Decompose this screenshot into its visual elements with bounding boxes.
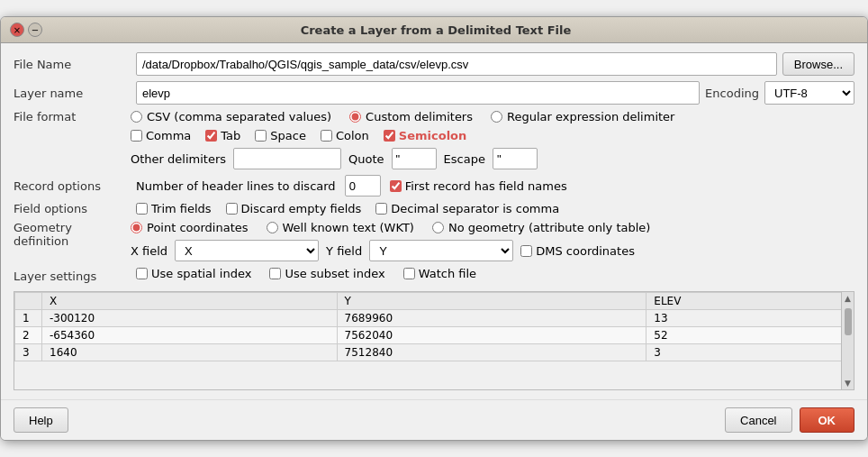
titlebar: × − Create a Layer from a Delimited Text… — [1, 17, 867, 43]
geometry-section: Geometry definition Point coordinates We… — [14, 221, 854, 261]
right-buttons: Cancel OK — [725, 407, 854, 433]
scroll-up-arrow[interactable]: ▲ — [843, 292, 853, 305]
spatial-index-item: Use spatial index — [136, 267, 251, 280]
titlebar-buttons: × − — [10, 23, 42, 37]
x-field-select[interactable]: X — [175, 240, 319, 261]
data-cell: 52 — [646, 327, 854, 344]
row-num-cell: 2 — [15, 327, 42, 344]
semicolon-delimiter: Semicolon — [384, 129, 466, 142]
layername-row: Layer name Encoding UTF-8 — [14, 81, 854, 105]
close-icon: × — [14, 25, 21, 35]
scroll-thumb-inner — [845, 308, 852, 335]
dms-checkbox[interactable] — [520, 245, 532, 257]
filename-row: File Name Browse... — [14, 52, 854, 76]
first-record-label: First record has field names — [405, 179, 567, 193]
encoding-select[interactable]: UTF-8 — [764, 81, 854, 105]
geometry-label: Geometry definition — [14, 221, 131, 248]
dialog-title: Create a Layer from a Delimited Text Fil… — [50, 23, 822, 37]
custom-label: Custom delimiters — [366, 110, 473, 123]
no-geometry-group: No geometry (attribute only table) — [432, 221, 650, 234]
other-delimiters-row: Other delimiters Quote Escape — [131, 148, 854, 169]
field-options-inner: Trim fields Discard empty fields Decimal… — [136, 202, 559, 215]
discard-empty-label: Discard empty fields — [241, 202, 362, 215]
tab-checkbox[interactable] — [205, 130, 217, 142]
header-lines-input[interactable] — [345, 175, 381, 197]
minimize-icon: − — [32, 25, 39, 35]
point-coords-radio[interactable] — [131, 222, 142, 233]
bottom-bar: Help Cancel OK — [1, 399, 867, 440]
comma-label: Comma — [146, 129, 191, 142]
colon-delimiter: Colon — [321, 129, 369, 142]
header-x: X — [42, 293, 338, 310]
record-options-row: Record options Number of header lines to… — [14, 175, 854, 197]
wkt-label: Well known text (WKT) — [283, 221, 414, 234]
browse-button[interactable]: Browse... — [782, 52, 854, 76]
first-record-checkbox[interactable] — [390, 180, 402, 192]
wkt-radio[interactable] — [267, 222, 278, 233]
semicolon-checkbox[interactable] — [384, 130, 395, 142]
scroll-down-arrow[interactable]: ▼ — [843, 377, 853, 389]
help-button[interactable]: Help — [14, 407, 68, 433]
no-geometry-radio[interactable] — [432, 222, 444, 233]
comma-checkbox[interactable] — [131, 130, 142, 142]
data-cell: 7512840 — [337, 344, 646, 361]
subset-index-label: Use subset index — [285, 267, 384, 280]
discard-empty-checkbox[interactable] — [226, 203, 238, 215]
layername-label: Layer name — [14, 87, 131, 100]
colon-checkbox[interactable] — [321, 130, 332, 142]
y-field-select[interactable]: Y — [369, 240, 513, 261]
data-cell: 1640 — [42, 344, 338, 361]
no-geometry-label: No geometry (attribute only table) — [448, 221, 650, 234]
ok-button[interactable]: OK — [800, 407, 855, 433]
escape-label: Escape — [444, 152, 485, 166]
decimal-separator-checkbox[interactable] — [375, 203, 387, 215]
filename-input[interactable] — [136, 52, 777, 76]
preview-scrollbar[interactable]: ▲ ▼ — [841, 292, 854, 389]
space-checkbox[interactable] — [255, 130, 267, 142]
quote-input[interactable] — [392, 148, 437, 169]
regex-radio[interactable] — [491, 111, 502, 123]
trim-fields-item: Trim fields — [136, 202, 212, 215]
header-lines-label: Number of header lines to discard — [136, 179, 336, 193]
filename-label: File Name — [14, 58, 131, 71]
geometry-options-row: Point coordinates Well known text (WKT) … — [131, 221, 854, 234]
encoding-label: Encoding — [705, 87, 759, 100]
spatial-index-checkbox[interactable] — [136, 268, 148, 279]
dms-label: DMS coordinates — [536, 244, 635, 258]
scroll-thumb — [845, 305, 852, 377]
decimal-separator-label: Decimal separator is comma — [391, 202, 559, 215]
layername-input[interactable] — [136, 81, 700, 105]
cancel-button[interactable]: Cancel — [725, 407, 791, 433]
trim-fields-checkbox[interactable] — [136, 203, 148, 215]
fileformat-label: File format — [14, 110, 131, 123]
file-format-row: CSV (comma separated values) Custom deli… — [131, 110, 854, 123]
decimal-separator-item: Decimal separator is comma — [375, 202, 559, 215]
csv-radio[interactable] — [131, 111, 142, 123]
discard-empty-item: Discard empty fields — [226, 202, 362, 215]
minimize-button[interactable]: − — [28, 23, 42, 37]
row-num-cell: 3 — [15, 344, 42, 361]
row-num-cell: 1 — [15, 310, 42, 327]
table-row: 2-654360756204052 — [15, 327, 854, 344]
content-area: File Name Browse... Layer name Encoding … — [1, 43, 867, 399]
custom-radio-group: Custom delimiters — [349, 110, 473, 123]
other-delimiters-input[interactable] — [233, 148, 341, 169]
close-button[interactable]: × — [10, 23, 24, 37]
x-field-label: X field — [131, 244, 167, 258]
layer-settings-label: Layer settings — [14, 270, 131, 283]
escape-input[interactable] — [493, 148, 538, 169]
semicolon-label: Semicolon — [399, 129, 466, 142]
subset-index-checkbox[interactable] — [269, 268, 281, 279]
subset-index-item: Use subset index — [269, 267, 384, 280]
watch-file-checkbox[interactable] — [403, 268, 415, 279]
header-y: Y — [337, 293, 646, 310]
header-row-num — [15, 293, 42, 310]
y-field-label: Y field — [326, 244, 362, 258]
watch-file-item: Watch file — [403, 267, 476, 280]
regex-label: Regular expression delimiter — [507, 110, 674, 123]
point-coords-group: Point coordinates — [131, 221, 249, 234]
trim-fields-label: Trim fields — [151, 202, 212, 215]
data-cell: 3 — [646, 344, 854, 361]
custom-radio[interactable] — [349, 111, 361, 123]
data-cell: -654360 — [42, 327, 338, 344]
